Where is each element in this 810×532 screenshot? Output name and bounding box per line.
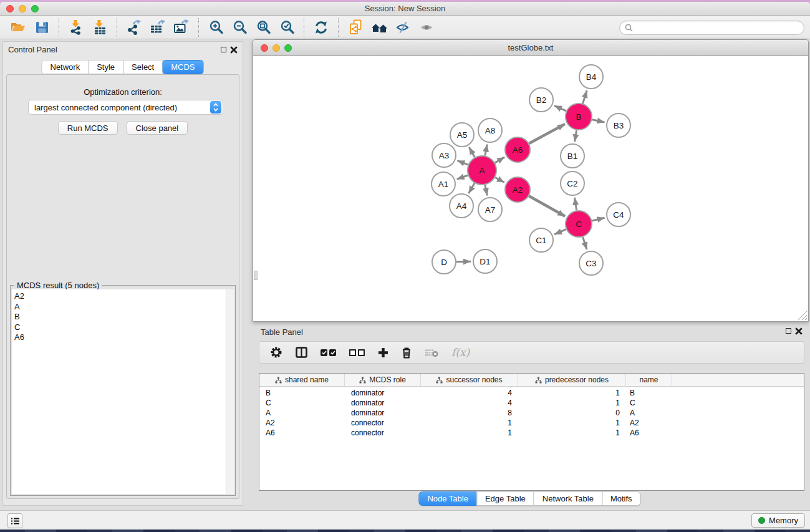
- tab-edge-table[interactable]: Edge Table: [476, 491, 534, 506]
- column-header-mcds-role[interactable]: MCDS role: [345, 374, 421, 386]
- table-row[interactable]: A2connector11A2: [259, 418, 804, 428]
- graph-edge-A-A7[interactable]: [485, 185, 488, 196]
- table-cell[interactable]: dominator: [345, 399, 421, 407]
- column-header-predecessor-nodes[interactable]: predecessor nodes: [518, 374, 626, 386]
- table-cell[interactable]: connector: [345, 428, 421, 437]
- table-cell[interactable]: 1: [421, 428, 518, 437]
- close-panel-button[interactable]: Close panel: [127, 121, 188, 135]
- table-cell[interactable]: 1: [518, 418, 626, 427]
- save-session-button[interactable]: [30, 17, 54, 37]
- first-neighbors-button[interactable]: [367, 17, 391, 37]
- optimization-criterion-select[interactable]: largest connected component (directed): [28, 100, 223, 115]
- result-scrollbar[interactable]: [226, 289, 234, 494]
- table-row[interactable]: Cdominator41C: [259, 398, 804, 408]
- refresh-button[interactable]: [309, 17, 333, 37]
- table-cell[interactable]: 1: [421, 418, 518, 427]
- graph-edge-A-A5[interactable]: [469, 147, 475, 157]
- result-item[interactable]: A2: [14, 291, 226, 302]
- tab-node-table[interactable]: Node Table: [418, 491, 477, 506]
- column-header-name[interactable]: name: [626, 374, 672, 386]
- function-builder-button[interactable]: f(x): [451, 346, 470, 359]
- select-all-columns-button[interactable]: [321, 349, 336, 356]
- zoom-fit-button[interactable]: [251, 17, 275, 37]
- export-network-button[interactable]: [122, 17, 146, 37]
- tab-mcds[interactable]: MCDS: [162, 60, 203, 74]
- tab-network-table[interactable]: Network Table: [534, 491, 602, 506]
- graph-edge-B-B3[interactable]: [592, 120, 604, 122]
- table-cell[interactable]: 4: [421, 399, 518, 407]
- add-column-button[interactable]: [378, 347, 388, 358]
- float-panel-icon[interactable]: [221, 47, 226, 52]
- table-cell[interactable]: A: [626, 409, 672, 417]
- result-item[interactable]: A: [14, 302, 226, 312]
- table-cell[interactable]: 0: [518, 409, 626, 417]
- table-cell[interactable]: B: [259, 389, 345, 397]
- result-item[interactable]: A6: [14, 332, 226, 343]
- open-session-button[interactable]: [6, 17, 30, 37]
- table-cell[interactable]: dominator: [345, 409, 421, 417]
- table-settings-button[interactable]: [270, 346, 282, 359]
- table-cell[interactable]: 1: [518, 428, 626, 437]
- deselect-all-columns-button[interactable]: [349, 349, 365, 356]
- table-row[interactable]: Adominator80A: [259, 408, 804, 418]
- graph-edge-C-C3[interactable]: [583, 237, 587, 249]
- column-header-successor-nodes[interactable]: successor nodes: [421, 374, 518, 386]
- zoom-selected-button[interactable]: [275, 17, 299, 37]
- graph-edge-B-B2[interactable]: [554, 105, 566, 111]
- import-table-button[interactable]: [88, 17, 112, 37]
- table-row[interactable]: A6connector11A6: [259, 428, 804, 438]
- graph-edge-B-B1[interactable]: [575, 130, 577, 142]
- graph-edge-C-C1[interactable]: [554, 230, 566, 235]
- graph-edge-A-A1[interactable]: [457, 175, 468, 179]
- graph-edge-C-C2[interactable]: [574, 198, 576, 211]
- new-network-from-selection-button[interactable]: [344, 17, 367, 37]
- table-cell[interactable]: 4: [421, 389, 518, 397]
- export-table-button[interactable]: [146, 17, 170, 37]
- zoom-out-button[interactable]: [228, 17, 251, 37]
- table-cell[interactable]: 1: [518, 389, 626, 397]
- zoom-in-button[interactable]: [204, 17, 228, 37]
- graph-edge-C-C4[interactable]: [592, 218, 604, 221]
- table-cell[interactable]: A6: [626, 428, 672, 437]
- show-all-button[interactable]: [415, 17, 438, 37]
- network-window-titlebar[interactable]: testGlobe.txt: [253, 40, 808, 56]
- network-canvas[interactable]: AA1A2A3A4A5A6A7A8BB1B2B3B4CC1C2C3C4DD1: [254, 57, 808, 321]
- delete-column-button[interactable]: [402, 347, 412, 359]
- table-cell[interactable]: dominator: [345, 389, 421, 397]
- hide-selected-button[interactable]: [391, 17, 415, 37]
- table-cell[interactable]: A2: [626, 418, 672, 427]
- memory-button[interactable]: Memory: [751, 513, 805, 528]
- table-row[interactable]: Bdominator41B: [259, 388, 804, 398]
- search-input[interactable]: [636, 22, 804, 34]
- table-cell[interactable]: A: [259, 409, 345, 417]
- search-field[interactable]: [619, 21, 804, 35]
- float-table-panel-icon[interactable]: [786, 328, 791, 334]
- table-cell[interactable]: 1: [518, 399, 626, 407]
- close-panel-icon[interactable]: [230, 46, 238, 54]
- tab-style[interactable]: Style: [88, 60, 123, 74]
- run-mcds-button[interactable]: Run MCDS: [58, 121, 118, 135]
- task-history-button[interactable]: [7, 513, 22, 528]
- result-item[interactable]: C: [14, 322, 226, 333]
- split-view-button[interactable]: [296, 347, 307, 358]
- canvas-scroll-nub[interactable]: [254, 271, 258, 280]
- tab-select[interactable]: Select: [123, 60, 163, 74]
- graph-edge-A6-B[interactable]: [529, 124, 565, 143]
- result-item[interactable]: B: [14, 312, 226, 322]
- table-cell[interactable]: A6: [259, 428, 345, 437]
- close-table-panel-icon[interactable]: [795, 327, 803, 335]
- tab-network[interactable]: Network: [41, 60, 89, 74]
- graph-edge-A-A8[interactable]: [485, 145, 488, 156]
- delete-table-button[interactable]: [425, 348, 438, 357]
- export-image-button[interactable]: [170, 17, 193, 37]
- graph-edge-B-B4[interactable]: [583, 90, 587, 104]
- import-network-button[interactable]: [64, 17, 88, 37]
- table-cell[interactable]: B: [626, 389, 672, 397]
- graph-edge-A-A4[interactable]: [469, 183, 475, 193]
- table-cell[interactable]: 8: [421, 409, 518, 417]
- column-header-shared-name[interactable]: shared name: [259, 374, 345, 386]
- graph-edge-A-A3[interactable]: [457, 160, 468, 165]
- tab-motifs[interactable]: Motifs: [602, 491, 641, 506]
- table-cell[interactable]: A2: [259, 418, 345, 427]
- graph-edge-A-A6[interactable]: [495, 157, 504, 163]
